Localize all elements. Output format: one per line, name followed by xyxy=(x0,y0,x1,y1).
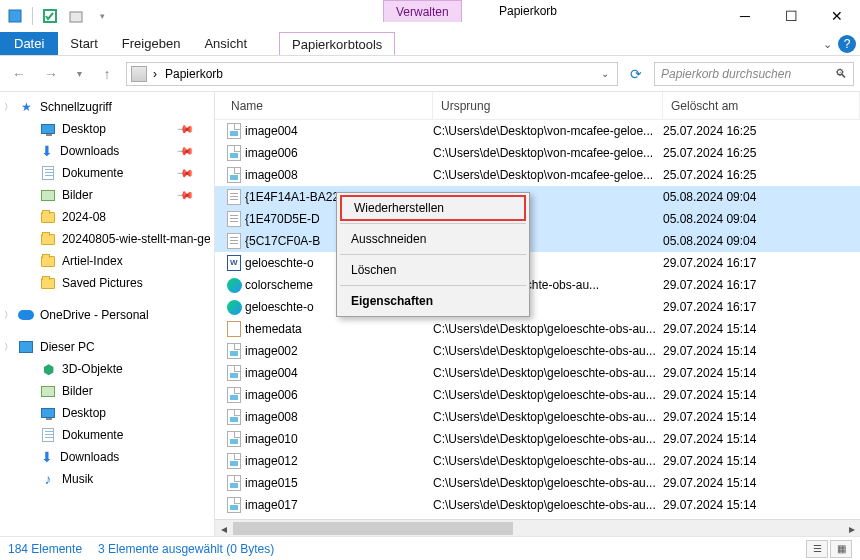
table-row[interactable]: image006C:\Users\de\Desktop\geloeschte-o… xyxy=(215,384,860,406)
scroll-left-icon[interactable]: ◂ xyxy=(215,520,232,536)
cell-deleted: 29.07.2024 15:14 xyxy=(663,366,860,380)
ribbon-tab-start[interactable]: Start xyxy=(58,32,109,55)
table-row[interactable]: image006C:\Users\de\Desktop\von-mcafee-g… xyxy=(215,142,860,164)
scroll-thumb[interactable] xyxy=(233,522,513,535)
caret-icon[interactable]: 〉 xyxy=(4,101,13,114)
caret-icon[interactable]: 〉 xyxy=(4,341,13,354)
cell-origin: C:\Users\de\Desktop\geloeschte-obs-au... xyxy=(433,410,663,424)
table-row[interactable]: {1E470D5E-Ds\Temp05.08.2024 09:04 xyxy=(215,208,860,230)
nav-forward-button[interactable]: → xyxy=(38,61,64,87)
help-icon[interactable]: ? xyxy=(838,35,856,53)
folder-icon xyxy=(40,231,56,247)
nav-label: Schnellzugriff xyxy=(40,100,112,114)
nav-folder-artiel[interactable]: Artiel-Index xyxy=(0,250,214,272)
nav-folder-2024-08[interactable]: 2024-08 xyxy=(0,206,214,228)
table-row[interactable]: image008C:\Users\de\Desktop\geloeschte-o… xyxy=(215,406,860,428)
table-row[interactable]: image012C:\Users\de\Desktop\geloeschte-o… xyxy=(215,450,860,472)
file-icon xyxy=(223,167,245,183)
file-icon xyxy=(223,497,245,513)
search-icon[interactable]: 🔍︎ xyxy=(835,67,847,81)
cell-deleted: 29.07.2024 15:14 xyxy=(663,344,860,358)
file-rows: image004C:\Users\de\Desktop\von-mcafee-g… xyxy=(215,120,860,519)
table-row[interactable]: image015C:\Users\de\Desktop\geloeschte-o… xyxy=(215,472,860,494)
nav-pc-desktop[interactable]: Desktop xyxy=(0,402,214,424)
table-row[interactable]: image008C:\Users\de\Desktop\von-mcafee-g… xyxy=(215,164,860,186)
nav-quick-access[interactable]: 〉 ★ Schnellzugriff xyxy=(0,96,214,118)
ribbon: Datei Start Freigeben Ansicht Papierkorb… xyxy=(0,32,860,56)
table-row[interactable]: image004C:\Users\de\Desktop\von-mcafee-g… xyxy=(215,120,860,142)
refresh-button[interactable]: ⟳ xyxy=(624,62,648,86)
col-origin[interactable]: Ursprung xyxy=(433,92,663,119)
col-deleted[interactable]: Gelöscht am xyxy=(663,92,860,119)
horizontal-scrollbar[interactable]: ◂ ▸ xyxy=(215,519,860,536)
minimize-button[interactable]: ─ xyxy=(722,0,768,32)
nav-pc-downloads[interactable]: ⬇Downloads xyxy=(0,446,214,468)
recycle-bin-icon xyxy=(131,66,147,82)
ribbon-tab-view[interactable]: Ansicht xyxy=(192,32,259,55)
address-history-dropdown[interactable]: ⌄ xyxy=(597,68,613,79)
nav-label: 3D-Objekte xyxy=(62,362,123,376)
nav-recent-dropdown[interactable]: ▾ xyxy=(70,61,88,87)
table-row[interactable]: {5C17CF0A-Bs\Temp05.08.2024 09:04 xyxy=(215,230,860,252)
nav-label: Dokumente xyxy=(62,428,123,442)
nav-documents[interactable]: Dokumente📌 xyxy=(0,162,214,184)
table-row[interactable]: image010C:\Users\de\Desktop\geloeschte-o… xyxy=(215,428,860,450)
table-row[interactable]: image017C:\Users\de\Desktop\geloeschte-o… xyxy=(215,494,860,516)
cell-name: image017 xyxy=(245,498,433,512)
ribbon-tab-recycle-tools[interactable]: Papierkorbtools xyxy=(279,32,395,55)
breadcrumb-location[interactable]: Papierkorb xyxy=(163,67,225,81)
file-icon xyxy=(223,233,245,249)
nav-folder-howto[interactable]: 20240805-wie-stellt-man-ge xyxy=(0,228,214,250)
col-name[interactable]: Name xyxy=(223,92,433,119)
nav-downloads[interactable]: ⬇Downloads📌 xyxy=(0,140,214,162)
table-row[interactable]: {1E4F14A1-BA22-4773-A041-37A41C:\Windows… xyxy=(215,186,860,208)
nav-pictures[interactable]: Bilder📌 xyxy=(0,184,214,206)
view-details-button[interactable]: ☰ xyxy=(806,540,828,558)
maximize-button[interactable]: ☐ xyxy=(768,0,814,32)
menu-properties[interactable]: Eigenschaften xyxy=(339,288,527,314)
nav-label: Downloads xyxy=(60,144,119,158)
menu-restore[interactable]: Wiederherstellen xyxy=(340,195,526,221)
qat-restore-icon[interactable] xyxy=(65,5,87,27)
ribbon-expand-icon[interactable]: ⌄ xyxy=(823,38,832,51)
ribbon-file-tab[interactable]: Datei xyxy=(0,32,58,55)
qat-dropdown-icon[interactable]: ▾ xyxy=(91,5,113,27)
nav-3d-objects[interactable]: ⬢3D-Objekte xyxy=(0,358,214,380)
nav-this-pc[interactable]: 〉Dieser PC xyxy=(0,336,214,358)
nav-pc-music[interactable]: ♪Musik xyxy=(0,468,214,490)
table-row[interactable]: geloeschte-oe\Desktop29.07.2024 16:17 xyxy=(215,296,860,318)
cell-name: themedata xyxy=(245,322,433,336)
nav-pc-documents[interactable]: Dokumente xyxy=(0,424,214,446)
nav-up-button[interactable]: ↑ xyxy=(94,61,120,87)
file-icon xyxy=(223,475,245,491)
cell-origin: C:\Users\de\Desktop\von-mcafee-geloe... xyxy=(433,124,663,138)
cell-deleted: 05.08.2024 09:04 xyxy=(663,212,860,226)
table-row[interactable]: image004C:\Users\de\Desktop\geloeschte-o… xyxy=(215,362,860,384)
table-row[interactable]: themedataC:\Users\de\Desktop\geloeschte-… xyxy=(215,318,860,340)
nav-desktop[interactable]: Desktop📌 xyxy=(0,118,214,140)
nav-pc-pictures[interactable]: Bilder xyxy=(0,380,214,402)
close-button[interactable]: ✕ xyxy=(814,0,860,32)
nav-folder-saved-pictures[interactable]: Saved Pictures xyxy=(0,272,214,294)
cell-name: image008 xyxy=(245,410,433,424)
cell-deleted: 25.07.2024 16:25 xyxy=(663,146,860,160)
cell-deleted: 29.07.2024 16:17 xyxy=(663,300,860,314)
view-large-button[interactable]: ▦ xyxy=(830,540,852,558)
status-item-count: 184 Elemente xyxy=(8,542,82,556)
menu-separator xyxy=(340,223,526,224)
caret-icon[interactable]: 〉 xyxy=(4,309,13,322)
qat-properties-icon[interactable] xyxy=(39,5,61,27)
breadcrumb-box[interactable]: › Papierkorb ⌄ xyxy=(126,62,618,86)
ribbon-tab-share[interactable]: Freigeben xyxy=(110,32,193,55)
nav-back-button[interactable]: ← xyxy=(6,61,32,87)
scroll-right-icon[interactable]: ▸ xyxy=(843,520,860,536)
menu-cut[interactable]: Ausschneiden xyxy=(339,226,527,252)
search-input[interactable]: Papierkorb durchsuchen 🔍︎ xyxy=(654,62,854,86)
table-row[interactable]: image002C:\Users\de\Desktop\geloeschte-o… xyxy=(215,340,860,362)
nav-onedrive[interactable]: 〉OneDrive - Personal xyxy=(0,304,214,326)
nav-label: Bilder xyxy=(62,384,93,398)
table-row[interactable]: colorschemee\Desktop\geloeschte-obs-au..… xyxy=(215,274,860,296)
table-row[interactable]: geloeschte-oe\Desktop29.07.2024 16:17 xyxy=(215,252,860,274)
pin-icon: 📌 xyxy=(175,119,194,138)
menu-delete[interactable]: Löschen xyxy=(339,257,527,283)
